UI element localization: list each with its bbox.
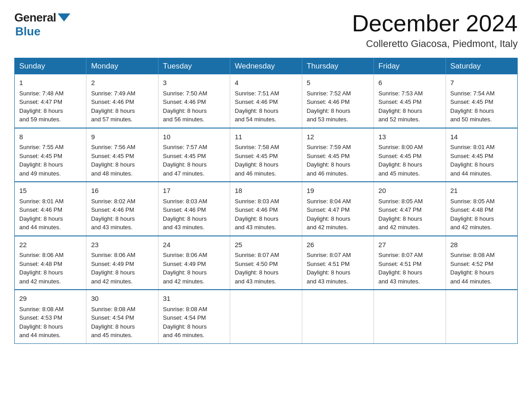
table-row: 27 Sunrise: 8:07 AM Sunset: 4:51 PM Dayl… <box>374 236 446 290</box>
day-number: 24 <box>163 240 225 250</box>
day-sunset: Sunset: 4:46 PM <box>163 98 225 107</box>
day-sunrise: Sunrise: 7:51 AM <box>235 89 297 98</box>
table-row <box>230 290 302 343</box>
table-row: 31 Sunrise: 8:08 AM Sunset: 4:54 PM Dayl… <box>158 290 230 343</box>
calendar-header-row: Sunday Monday Tuesday Wednesday Thursday… <box>15 58 518 75</box>
calendar-table: Sunday Monday Tuesday Wednesday Thursday… <box>14 58 518 344</box>
day-sunrise: Sunrise: 7:57 AM <box>163 143 225 152</box>
day-number: 1 <box>19 78 82 88</box>
day-sunset: Sunset: 4:46 PM <box>235 206 297 214</box>
table-row: 9 Sunrise: 7:56 AM Sunset: 4:45 PM Dayli… <box>86 128 158 182</box>
day-sunset: Sunset: 4:45 PM <box>307 152 369 161</box>
day-daylight: Daylight: 8 hoursand 42 minutes. <box>91 268 153 286</box>
day-sunrise: Sunrise: 8:06 AM <box>163 251 225 260</box>
day-number: 20 <box>378 186 441 196</box>
day-number: 10 <box>163 132 225 142</box>
day-number: 11 <box>235 132 297 142</box>
table-row: 15 Sunrise: 8:01 AM Sunset: 4:46 PM Dayl… <box>15 182 86 236</box>
day-sunrise: Sunrise: 7:54 AM <box>450 89 513 98</box>
day-number: 15 <box>19 186 82 196</box>
day-sunrise: Sunrise: 8:07 AM <box>235 251 297 260</box>
day-number: 27 <box>378 240 441 250</box>
day-sunrise: Sunrise: 8:03 AM <box>163 197 225 206</box>
day-sunrise: Sunrise: 8:08 AM <box>450 251 513 260</box>
day-sunrise: Sunrise: 8:08 AM <box>19 305 82 314</box>
day-daylight: Daylight: 8 hoursand 42 minutes. <box>450 214 513 232</box>
day-sunset: Sunset: 4:45 PM <box>450 152 513 161</box>
day-sunrise: Sunrise: 8:06 AM <box>19 251 82 260</box>
day-number: 6 <box>378 78 441 88</box>
day-daylight: Daylight: 8 hoursand 42 minutes. <box>378 214 441 232</box>
day-sunset: Sunset: 4:54 PM <box>91 313 153 322</box>
day-daylight: Daylight: 8 hoursand 42 minutes. <box>307 214 369 232</box>
table-row: 30 Sunrise: 8:08 AM Sunset: 4:54 PM Dayl… <box>86 290 158 343</box>
day-sunset: Sunset: 4:46 PM <box>91 206 153 214</box>
table-row <box>302 290 373 343</box>
day-number: 12 <box>307 132 369 142</box>
day-daylight: Daylight: 8 hoursand 46 minutes. <box>163 322 225 340</box>
day-sunset: Sunset: 4:45 PM <box>378 98 441 107</box>
day-daylight: Daylight: 8 hoursand 54 minutes. <box>235 107 297 124</box>
day-sunrise: Sunrise: 8:01 AM <box>19 197 82 206</box>
day-daylight: Daylight: 8 hoursand 43 minutes. <box>163 214 225 232</box>
day-number: 31 <box>163 294 225 304</box>
day-number: 8 <box>19 132 82 142</box>
day-sunrise: Sunrise: 8:01 AM <box>450 143 513 152</box>
header-thursday: Thursday <box>302 58 373 75</box>
day-sunset: Sunset: 4:47 PM <box>19 98 82 107</box>
header-saturday: Saturday <box>446 58 517 75</box>
day-sunrise: Sunrise: 7:49 AM <box>91 89 153 98</box>
day-sunset: Sunset: 4:46 PM <box>163 206 225 214</box>
table-row: 11 Sunrise: 7:58 AM Sunset: 4:45 PM Dayl… <box>230 128 302 182</box>
day-sunrise: Sunrise: 8:07 AM <box>307 251 369 260</box>
day-daylight: Daylight: 8 hoursand 44 minutes. <box>19 214 82 232</box>
day-sunrise: Sunrise: 8:08 AM <box>91 305 153 314</box>
day-sunrise: Sunrise: 8:05 AM <box>378 197 441 206</box>
day-number: 4 <box>235 78 297 88</box>
day-sunrise: Sunrise: 7:52 AM <box>307 89 369 98</box>
day-sunrise: Sunrise: 8:08 AM <box>163 305 225 314</box>
table-row: 2 Sunrise: 7:49 AM Sunset: 4:46 PM Dayli… <box>86 74 158 128</box>
table-row: 10 Sunrise: 7:57 AM Sunset: 4:45 PM Dayl… <box>158 128 230 182</box>
day-sunrise: Sunrise: 8:07 AM <box>378 251 441 260</box>
table-row: 19 Sunrise: 8:04 AM Sunset: 4:47 PM Dayl… <box>302 182 373 236</box>
day-sunset: Sunset: 4:52 PM <box>450 260 513 269</box>
table-row: 7 Sunrise: 7:54 AM Sunset: 4:45 PM Dayli… <box>446 74 517 128</box>
day-sunrise: Sunrise: 8:03 AM <box>235 197 297 206</box>
table-row: 6 Sunrise: 7:53 AM Sunset: 4:45 PM Dayli… <box>374 74 446 128</box>
table-row: 12 Sunrise: 7:59 AM Sunset: 4:45 PM Dayl… <box>302 128 373 182</box>
header-tuesday: Tuesday <box>158 58 230 75</box>
day-sunrise: Sunrise: 7:58 AM <box>235 143 297 152</box>
day-sunset: Sunset: 4:51 PM <box>307 260 369 269</box>
day-number: 22 <box>19 240 82 250</box>
day-sunset: Sunset: 4:48 PM <box>19 260 82 269</box>
day-number: 16 <box>91 186 153 196</box>
day-daylight: Daylight: 8 hoursand 59 minutes. <box>19 107 82 124</box>
day-number: 18 <box>235 186 297 196</box>
day-daylight: Daylight: 8 hoursand 42 minutes. <box>19 268 82 286</box>
day-daylight: Daylight: 8 hoursand 49 minutes. <box>19 160 82 178</box>
day-sunset: Sunset: 4:47 PM <box>378 206 441 214</box>
day-daylight: Daylight: 8 hoursand 43 minutes. <box>307 268 369 286</box>
day-daylight: Daylight: 8 hoursand 45 minutes. <box>378 160 441 178</box>
day-number: 17 <box>163 186 225 196</box>
table-row: 28 Sunrise: 8:08 AM Sunset: 4:52 PM Dayl… <box>446 236 517 290</box>
day-number: 23 <box>91 240 153 250</box>
header-friday: Friday <box>374 58 446 75</box>
calendar-week-row: 22 Sunrise: 8:06 AM Sunset: 4:48 PM Dayl… <box>15 236 518 290</box>
day-daylight: Daylight: 8 hoursand 43 minutes. <box>235 268 297 286</box>
logo-triangle-icon <box>58 13 70 21</box>
day-sunset: Sunset: 4:51 PM <box>378 260 441 269</box>
day-sunrise: Sunrise: 7:50 AM <box>163 89 225 98</box>
table-row: 20 Sunrise: 8:05 AM Sunset: 4:47 PM Dayl… <box>374 182 446 236</box>
day-daylight: Daylight: 8 hoursand 43 minutes. <box>378 268 441 286</box>
day-daylight: Daylight: 8 hoursand 52 minutes. <box>378 107 441 124</box>
day-number: 3 <box>163 78 225 88</box>
day-sunset: Sunset: 4:46 PM <box>19 206 82 214</box>
header-wednesday: Wednesday <box>230 58 302 75</box>
day-sunset: Sunset: 4:46 PM <box>307 98 369 107</box>
day-sunset: Sunset: 4:45 PM <box>163 152 225 161</box>
day-sunset: Sunset: 4:54 PM <box>163 313 225 322</box>
table-row <box>374 290 446 343</box>
logo-blue-text: Blue <box>15 25 40 39</box>
